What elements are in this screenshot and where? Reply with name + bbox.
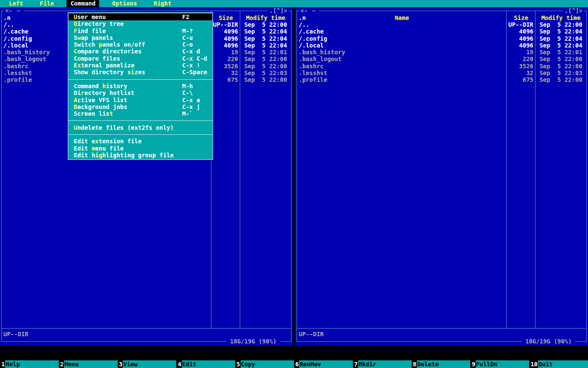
menu-item-label: Edit highlighting group file [74, 152, 174, 159]
menu-hotkey-letter: h [102, 83, 105, 89]
sort-indicator: .n [3, 14, 11, 21]
menu-shortcut: C-x d [182, 48, 200, 55]
menu-item-label: External panelize [74, 62, 134, 69]
fkey-9[interactable]: 9PullDn [470, 360, 529, 368]
fkey-label: Quit [538, 360, 588, 368]
menu-item-edit-menu-file[interactable]: Edit menu file [69, 145, 212, 152]
fkey-label: Edit [182, 360, 235, 368]
menu-item-compare-files[interactable]: Compare filesC-x C-d [69, 55, 212, 62]
size-column-header[interactable]: Size [211, 14, 240, 21]
mtime-column-header[interactable]: Modify time [535, 14, 586, 21]
fkey-number: 9 [470, 360, 475, 368]
menu-item-label: Find file [74, 28, 106, 34]
menu-item-undelete-files-ext2fs-only[interactable]: Undelete files (ext2fs only) [69, 124, 212, 131]
sort-indicator: .n [299, 14, 306, 21]
fkey-3[interactable]: 3View [118, 360, 177, 368]
menu-item-switch-panels-on-off[interactable]: Switch panels on/offC-o [69, 41, 212, 48]
fkey-4[interactable]: 4Edit [176, 360, 235, 368]
fkey-label: Help [5, 360, 58, 368]
menubar-item-left[interactable]: Left [5, 0, 27, 7]
fkey-2[interactable]: 2Menu [59, 360, 118, 368]
file-row[interactable]: .lesshst32Sep 5 22:03 [297, 70, 586, 76]
fkey-5[interactable]: 5Copy [235, 360, 294, 368]
file-mtime: Sep 5 22:00 [535, 76, 586, 83]
panel-path[interactable]: ~ [308, 7, 319, 14]
menu-hotkey-letter: o [77, 55, 80, 62]
menu-item-edit-highlighting-group-file[interactable]: Edit highlighting group file [69, 152, 212, 159]
menu-hotkey-letter: i [131, 69, 134, 75]
menu-item-label: Background jobs [74, 103, 127, 110]
panel-path[interactable]: ~ [13, 7, 24, 14]
file-name: .lesshst [297, 70, 507, 76]
file-row[interactable]: /.local4096Sep 5 22:04 [297, 42, 586, 49]
hint-line: Hint: Want your plain shell? Press C-o, … [0, 346, 588, 353]
file-row[interactable]: .bashrc3526Sep 5 22:00 [297, 63, 586, 70]
menu-hotkey-letter: F [74, 28, 77, 34]
menu-item-find-file[interactable]: Find fileM-? [69, 28, 212, 34]
history-back-button[interactable]: <- [4, 7, 13, 14]
file-mtime: Sep 5 22:00 [240, 56, 291, 62]
menu-item-directory-tree[interactable]: Directory tree [69, 20, 212, 27]
menubar-item-file[interactable]: File [36, 0, 58, 7]
menubar-item-options[interactable]: Options [108, 0, 141, 7]
menu-item-edit-extension-file[interactable]: Edit extension file [69, 138, 212, 145]
file-size: 4096 [507, 35, 535, 42]
file-row[interactable]: /.config4096Sep 5 22:04 [297, 35, 586, 42]
menu-item-directory-hotlist[interactable]: Directory hotlistC-\ [69, 89, 212, 96]
fkey-8[interactable]: 8Delete [412, 360, 471, 368]
name-header-cell: .nName [297, 14, 507, 21]
panel-title-row: <- ~ .[^]> [300, 7, 584, 14]
file-row[interactable]: .bash_logout220Sep 5 22:00 [297, 56, 586, 62]
menu-shortcut: M-` [182, 110, 193, 117]
menubar-item-right[interactable]: Right [150, 0, 175, 7]
menu-hotkey-letter: x [77, 62, 80, 69]
menu-shortcut: F2 [182, 14, 189, 20]
file-mtime: Sep 5 22:01 [240, 49, 291, 56]
menu-hotkey-letter: D [74, 20, 77, 27]
mc-screen: LeftFileCommandOptionsRight <- ~ .[^]>.n… [0, 0, 588, 368]
file-size: 3526 [211, 63, 240, 70]
menu-item-compare-directories[interactable]: Compare directoriesC-x d [69, 48, 212, 55]
menu-item-swap-panels[interactable]: Swap panelsC-u [69, 34, 212, 41]
fkey-label: Copy [241, 360, 294, 368]
size-column-header[interactable]: Size [507, 14, 535, 21]
fkey-label: Mkdir [358, 360, 411, 368]
fkey-7[interactable]: 7Mkdir [353, 360, 412, 368]
menu-item-label: Active VFS list [74, 97, 127, 103]
command-line[interactable]: midnight@commander:~$ [0, 353, 588, 360]
mtime-column-header[interactable]: Modify time [240, 14, 291, 21]
menu-item-user-menu[interactable]: User menuF2 [69, 14, 212, 20]
file-name: .bash_history [297, 49, 507, 56]
menu-item-command-history[interactable]: Command historyM-h [69, 83, 212, 89]
menu-item-screen-list[interactable]: Screen listM-` [69, 110, 212, 117]
file-name: /.config [297, 35, 507, 42]
file-row[interactable]: /.cache4096Sep 5 22:04 [297, 28, 586, 35]
menu-separator [69, 117, 212, 124]
fkey-label: Menu [64, 360, 117, 368]
history-back-button[interactable]: <- [300, 7, 308, 14]
function-key-bar: 1Help2Menu3View4Edit5Copy6RenMov7Mkdir8D… [0, 360, 588, 368]
fkey-label: View [123, 360, 176, 368]
file-row[interactable]: .bash_history19Sep 5 22:01 [297, 49, 586, 56]
fkey-10[interactable]: 10Quit [529, 360, 588, 368]
panel-nav-controls[interactable]: .[^]> [563, 7, 584, 14]
menu-item-background-jobs[interactable]: Background jobsC-x j [69, 103, 212, 110]
menu-shortcut: M-h [182, 83, 193, 89]
menu-item-external-panelize[interactable]: External panelizeC-x ! [69, 62, 212, 69]
menu-hotkey-letter: B [74, 103, 77, 110]
menu-item-active-vfs-list[interactable]: Active VFS listC-x a [69, 97, 212, 103]
menubar-item-command[interactable]: Command [67, 0, 99, 7]
file-row[interactable]: .profile675Sep 5 22:00 [297, 76, 586, 83]
fkey-1[interactable]: 1Help [0, 360, 59, 368]
menu-item-show-directory-sizes[interactable]: Show directory sizesC-Space [69, 69, 212, 75]
menu-item-label: Directory tree [74, 20, 124, 27]
menu-item-label: Compare directories [74, 48, 141, 55]
file-size: 4096 [507, 28, 535, 35]
file-name: /.. [297, 21, 507, 28]
file-row[interactable]: /..UP--DIRSep 5 22:00 [297, 21, 586, 28]
name-column-header[interactable]: Name [297, 14, 507, 21]
panel-nav-controls[interactable]: .[^]> [268, 7, 288, 14]
fkey-6[interactable]: 6RenMov [294, 360, 353, 368]
file-mtime: Sep 5 22:03 [240, 70, 291, 76]
file-name: .profile [297, 76, 507, 83]
